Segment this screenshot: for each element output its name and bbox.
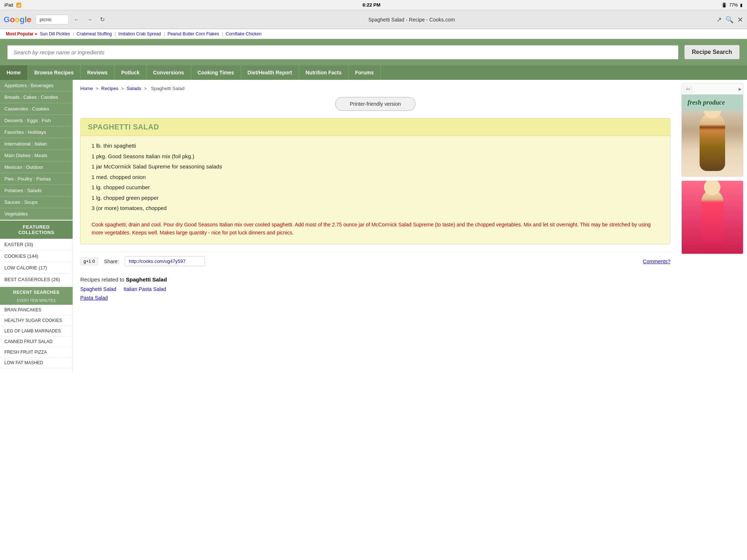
featured-collections-header: FEATUREDCOLLECTIONS [0, 221, 73, 239]
refresh-button[interactable]: ↻ [98, 15, 107, 24]
sidebar-item-desserts[interactable]: Desserts : Eggs : Fish [0, 115, 73, 127]
sidebar-item-appetizers[interactable]: Appetizers : Beverages [0, 80, 73, 92]
breadcrumb-current: Spaghetti Salad [151, 86, 185, 91]
url-bar[interactable] [36, 15, 69, 24]
breadcrumb-home[interactable]: Home [80, 86, 93, 91]
printer-friendly-button[interactable]: Printer-friendly version [335, 97, 415, 111]
ad-corner-icon: ▶ [739, 87, 742, 92]
recent-low-fat-mashed[interactable]: LOW FAT MASHED [0, 358, 73, 368]
recipe-card: SPAGHETTI SALAD 1 lb. thin spaghetti 1 p… [80, 118, 670, 244]
sidebar: Appetizers : Beverages Breads : Cakes : … [0, 80, 73, 372]
recipe-ingredients: 1 lb. thin spaghetti 1 pkg. Good Seasons… [81, 136, 670, 221]
battery-label: 77% [729, 3, 738, 8]
popular-link-2[interactable]: Crabmeat Stuffing [77, 31, 112, 36]
sidebar-categories: Appetizers : Beverages Breads : Cakes : … [0, 80, 73, 220]
share-label: Share: [104, 258, 119, 264]
search-button[interactable]: Recipe Search [684, 45, 740, 59]
related-link-pasta-salad[interactable]: Pasta Salad [80, 295, 108, 301]
recipe-instructions: Cook spaghetti; drain and cool. Pour dry… [81, 221, 670, 244]
popular-link-4[interactable]: Peanut Butter Corn Flakes [167, 31, 219, 36]
nav-home[interactable]: Home [0, 65, 28, 80]
nav-reviews[interactable]: Reviews [81, 65, 115, 80]
ingredient-2: 1 pkg. Good Seasons Italian mix (foil pk… [92, 152, 659, 161]
ad-image-1 [682, 111, 743, 176]
g-plus-count: 0 [92, 259, 95, 264]
status-right: 📳 77% ▮ [721, 3, 743, 8]
nav-conversions[interactable]: Conversions [147, 65, 191, 80]
share-url-input[interactable] [125, 256, 205, 266]
collection-easter[interactable]: EASTER (33) [0, 239, 73, 250]
nav-browse-recipes[interactable]: Browse Recipes [28, 65, 81, 80]
ad-box-2[interactable] [681, 180, 743, 254]
recent-canned-fruit-salad[interactable]: CANNED FRUIT SALAD [0, 337, 73, 347]
related-link-spaghetti-salad[interactable]: Spaghetti Salad [80, 286, 116, 292]
ingredient-4: 1 med. chopped onion [92, 173, 659, 182]
sidebar-item-pies[interactable]: Pies : Poultry : Pastas [0, 173, 73, 185]
sidebar-item-vegetables[interactable]: Vegetables [0, 208, 73, 220]
sidebar-item-casseroles[interactable]: Casseroles : Cookies [0, 103, 73, 115]
nav-nutrition[interactable]: Nutrition Facts [299, 65, 349, 80]
sidebar-item-breads[interactable]: Breads : Cakes : Candies [0, 92, 73, 103]
recipe-instruction-text: Cook spaghetti; drain and cool. Pour dry… [92, 221, 659, 237]
main-layout: Appetizers : Beverages Breads : Cakes : … [0, 80, 747, 372]
breadcrumb-sep-3: > [144, 86, 148, 91]
ad-box-1[interactable]: Ad ▶ fresh produce [681, 83, 743, 177]
sidebar-item-main-dishes[interactable]: Main Dishes : Meats [0, 150, 73, 162]
recent-healthy-sugar-cookies[interactable]: HEALTHY SUGAR COOKIES [0, 315, 73, 326]
related-links: Spaghetti Salad Italian Pasta Salad [80, 286, 670, 292]
popular-link-3[interactable]: Imitation Crab Spread [119, 31, 161, 36]
main-navigation: Home Browse Recipes Reviews Potluck Conv… [0, 65, 747, 80]
share-icon[interactable]: ↗ [716, 16, 722, 24]
popular-link-5[interactable]: Cornflake Chicken [226, 31, 262, 36]
close-icon[interactable]: ✕ [737, 15, 743, 24]
g-plus-label: g+1 [84, 259, 91, 264]
sidebar-item-mexican[interactable]: Mexican : Outdoor [0, 162, 73, 173]
share-bar: g+1 0 Share: Comments? [80, 252, 670, 271]
ingredient-6: 1 lg. chopped green pepper [92, 194, 659, 202]
status-left: iPad 📶 [4, 3, 22, 8]
ad-header: fresh produce [682, 94, 743, 111]
nav-cooking-times[interactable]: Cooking Times [191, 65, 241, 80]
breadcrumb: Home > Recipes > Salads > Spaghetti Sala… [80, 86, 670, 91]
related-link-italian-pasta-salad[interactable]: Italian Pasta Salad [124, 286, 166, 292]
recent-fresh-fruit-pizza[interactable]: FRESH FRUIT PIZZA [0, 347, 73, 358]
related-links-row2: Pasta Salad [80, 295, 670, 301]
related-recipe-name: Spaghetti Salad [126, 276, 167, 283]
search-icon[interactable]: 🔍 [725, 16, 734, 24]
comments-link[interactable]: Comments? [643, 258, 670, 264]
most-popular-label: Most Popular » [6, 31, 37, 36]
collection-cookies[interactable]: COOKIES (144) [0, 250, 73, 262]
nav-diet-health[interactable]: Diet/Health Report [241, 65, 299, 80]
sidebar-item-sauces[interactable]: Sauces : Soups [0, 197, 73, 208]
ingredient-3: 1 jar McCormick Salad Supreme for season… [92, 163, 659, 171]
google-plus-button[interactable]: g+1 0 [80, 257, 98, 265]
status-bar: iPad 📶 6:22 PM 📳 77% ▮ [0, 0, 747, 10]
most-popular-bar: Most Popular » Sun Dill Pickles : Crabme… [0, 29, 747, 39]
sidebar-item-favorites[interactable]: Favorites : Holidays [0, 127, 73, 138]
forward-button[interactable]: → [85, 15, 95, 24]
breadcrumb-salads[interactable]: Salads [127, 86, 141, 91]
nav-forums[interactable]: Forums [349, 65, 381, 80]
popular-link-1[interactable]: Sun Dill Pickles [40, 31, 70, 36]
ingredient-7: 3 (or more) tomatoes, chopped [92, 204, 659, 213]
collection-low-calorie[interactable]: LOW CALORIE (17) [0, 262, 73, 274]
search-input[interactable] [7, 45, 678, 59]
back-button[interactable]: ← [71, 15, 82, 24]
ad-badge: Ad [684, 86, 692, 92]
ingredient-1: 1 lb. thin spaghetti [92, 142, 659, 150]
battery-icon: ▮ [740, 3, 743, 8]
breadcrumb-recipes[interactable]: Recipes [101, 86, 119, 91]
recent-leg-of-lamb[interactable]: LEG OF LAMB MARINADES [0, 326, 73, 337]
sidebar-item-international[interactable]: International : Italian [0, 138, 73, 150]
ad-sidebar: Ad ▶ fresh produce [678, 80, 747, 372]
breadcrumb-sep-1: > [96, 86, 100, 91]
breadcrumb-sep-2: > [121, 86, 125, 91]
collection-best-casseroles[interactable]: BEST CASSEROLES (26) [0, 274, 73, 285]
ad-image-2 [682, 181, 743, 254]
nav-potluck[interactable]: Potluck [115, 65, 147, 80]
content-area: Home > Recipes > Salads > Spaghetti Sala… [73, 80, 678, 372]
ingredient-5: 1 lg. chopped cucumber [92, 183, 659, 192]
related-title: Recipes related to Spaghetti Salad [80, 276, 670, 283]
recent-bran-pancakes[interactable]: BRAN PANCAKES [0, 305, 73, 315]
sidebar-item-potatoes[interactable]: Potatoes : Salads [0, 185, 73, 197]
